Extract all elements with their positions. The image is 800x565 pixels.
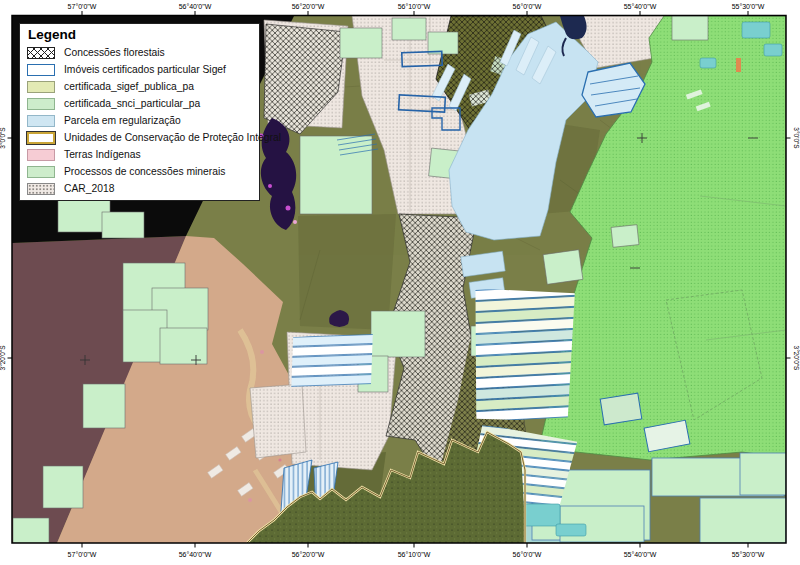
swatch-pale-blue <box>27 115 55 127</box>
legend-item-snci-particular: certificada_snci_particular_pa <box>27 95 259 112</box>
coord-label-bottom: 56°10'0"W <box>398 551 431 558</box>
coord-label-left: 3°20'0"S <box>0 345 6 371</box>
coord-label-bottom: 56°20'0"W <box>292 551 325 558</box>
legend-item-parcela-regularizacao: Parcela em regularização <box>27 112 259 129</box>
coord-label-top: 57°0'0"W <box>68 3 97 10</box>
legend-item-concessoes-minerais: Processos de concessões minerais <box>27 163 259 180</box>
coord-label-top: 55°30'0"W <box>732 3 765 10</box>
legend-box: Legend Concessões florestais Imóveis cer… <box>19 23 260 201</box>
coord-label-bottom: 57°0'0"W <box>68 551 97 558</box>
swatch-dotted <box>27 183 55 195</box>
coord-label-top: 55°40'0"W <box>624 3 657 10</box>
coord-label-top: 56°20'0"W <box>292 3 325 10</box>
swatch-pale-green <box>27 98 55 110</box>
swatch-mint-green <box>27 166 55 178</box>
coord-label-right: 3°0'0"S <box>793 127 800 149</box>
coord-label-bottom: 55°30'0"W <box>732 551 765 558</box>
map-page: 57°0'0"W 56°40'0"W 56°20'0"W 56°10'0"W 5… <box>0 0 800 565</box>
legend-title: Legend <box>28 27 259 42</box>
coord-label-bottom: 56°40'0"W <box>179 551 212 558</box>
coord-label-top: 56°10'0"W <box>398 3 431 10</box>
swatch-crosshatch <box>27 47 55 59</box>
legend-item-imoveis-sigef: Imóveis certificados particular Sigef <box>27 61 259 78</box>
legend-item-terras-indigenas: Terras Indígenas <box>27 146 259 163</box>
swatch-pale-olive <box>27 81 55 93</box>
swatch-blue-outline <box>27 64 55 76</box>
legend-item-concessoes-florestais: Concessões florestais <box>27 44 259 61</box>
swatch-gold-outline <box>27 132 55 144</box>
coord-label-bottom: 55°40'0"W <box>624 551 657 558</box>
swatch-pink <box>27 149 55 161</box>
legend-item-sigef-publica: certificada_sigef_publica_pa <box>27 78 259 95</box>
coord-label-top: 56°40'0"W <box>179 3 212 10</box>
coord-label-top: 56°0'0"W <box>513 3 542 10</box>
coord-label-right: 3°20'0"S <box>793 346 800 372</box>
legend-item-car-2018: CAR_2018 <box>27 180 259 197</box>
legend-item-unidades-conservacao: Unidades de Conservação de Proteção Inte… <box>27 129 259 146</box>
coord-label-bottom: 56°0'0"W <box>513 551 542 558</box>
coord-label-left: 3°0'0"S <box>0 127 6 149</box>
